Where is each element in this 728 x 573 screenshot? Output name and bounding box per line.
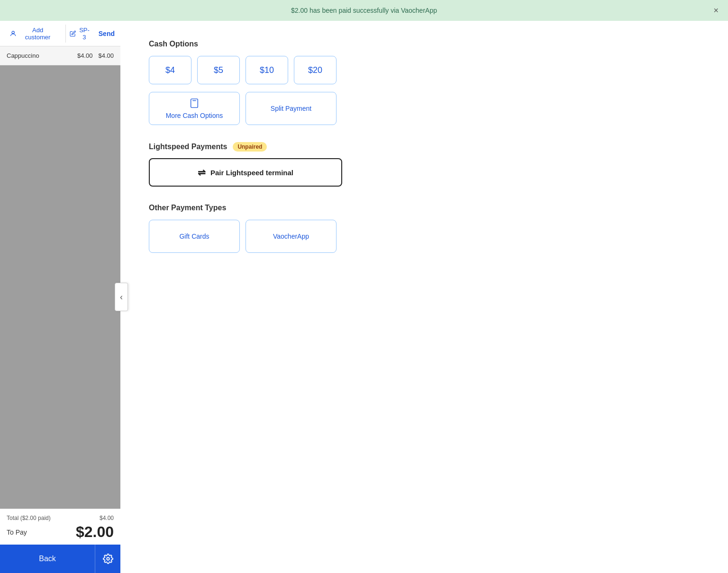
cash-button-10[interactable]: $10	[246, 56, 288, 84]
order-item-name: Cappuccino	[7, 52, 77, 59]
sidebar-header: Add customer SP-3 Send	[0, 21, 120, 46]
lightspeed-title: Lightspeed Payments	[149, 143, 227, 151]
gear-icon	[103, 554, 113, 564]
more-options-row: More Cash Options Split Payment	[149, 92, 700, 125]
split-payment-button[interactable]: Split Payment	[246, 92, 337, 125]
add-customer-button[interactable]: Add customer	[6, 25, 60, 43]
other-payments-title: Other Payment Types	[149, 204, 700, 212]
cash-options-title: Cash Options	[149, 40, 700, 48]
edit-icon	[70, 30, 76, 37]
calculator-icon	[189, 98, 200, 110]
sidebar-wrapper: Add customer SP-3 Send Cappuccino $4.00 …	[0, 21, 120, 573]
sidebar-empty-area	[0, 65, 120, 509]
cash-options-grid: $4 $5 $10 $20	[149, 56, 700, 84]
settings-button[interactable]	[95, 545, 120, 573]
unpaired-badge: Unpaired	[233, 142, 267, 152]
back-button[interactable]: Back	[0, 545, 95, 573]
payment-content-area: Cash Options $4 $5 $10 $20	[120, 21, 728, 573]
gift-cards-button[interactable]: Gift Cards	[149, 220, 240, 253]
other-payments-row: Gift Cards VaocherApp	[149, 220, 700, 253]
total-amount: $4.00	[100, 515, 114, 521]
vaocher-button[interactable]: VaocherApp	[246, 220, 337, 253]
notification-banner: $2.00 has been paid successfully via Vao…	[0, 0, 728, 21]
svg-point-0	[12, 31, 14, 33]
order-id-button[interactable]: SP-3	[65, 25, 95, 43]
cash-options-section: Cash Options $4 $5 $10 $20	[149, 40, 700, 125]
transfer-icon: ⇌	[198, 167, 206, 178]
cash-button-5[interactable]: $5	[197, 56, 240, 84]
sidebar-footer: Total ($2.00 paid) $4.00 To Pay $2.00	[0, 509, 120, 545]
add-customer-label: Add customer	[19, 27, 56, 41]
more-cash-label: More Cash Options	[166, 112, 223, 119]
main-layout: Add customer SP-3 Send Cappuccino $4.00 …	[0, 21, 728, 573]
pair-terminal-button[interactable]: ⇌ Pair Lightspeed terminal	[149, 158, 342, 187]
total-label: Total ($2.00 paid)	[7, 515, 51, 521]
cash-button-20[interactable]: $20	[294, 56, 337, 84]
notification-text: $2.00 has been paid successfully via Vao…	[291, 7, 437, 14]
total-row: Total ($2.00 paid) $4.00	[7, 515, 114, 521]
more-cash-options-button[interactable]: More Cash Options	[149, 92, 240, 125]
order-item-price: $4.00	[77, 52, 93, 59]
order-id-label: SP-3	[78, 27, 91, 41]
order-items-list: Cappuccino $4.00 $4.00	[0, 46, 120, 65]
chevron-left-icon: ‹	[120, 292, 123, 302]
lightspeed-payments-section: Lightspeed Payments Unpaired ⇌ Pair Ligh…	[149, 142, 700, 187]
send-button[interactable]: Send	[99, 30, 115, 37]
lightspeed-header: Lightspeed Payments Unpaired	[149, 142, 700, 152]
person-icon	[9, 30, 17, 37]
svg-rect-2	[191, 98, 198, 107]
order-item-total: $4.00	[98, 52, 114, 59]
collapse-toggle-button[interactable]: ‹	[115, 283, 128, 311]
pair-terminal-label: Pair Lightspeed terminal	[210, 169, 293, 177]
to-pay-amount: $2.00	[76, 523, 114, 541]
order-item: Cappuccino $4.00 $4.00	[0, 46, 120, 65]
to-pay-label: To Pay	[7, 528, 27, 536]
other-payments-section: Other Payment Types Gift Cards VaocherAp…	[149, 204, 700, 253]
cash-button-4[interactable]: $4	[149, 56, 191, 84]
svg-point-1	[107, 557, 109, 560]
to-pay-row: To Pay $2.00	[7, 523, 114, 541]
bottom-action-bar: Back	[0, 545, 120, 573]
notification-close-button[interactable]: ×	[713, 6, 719, 15]
